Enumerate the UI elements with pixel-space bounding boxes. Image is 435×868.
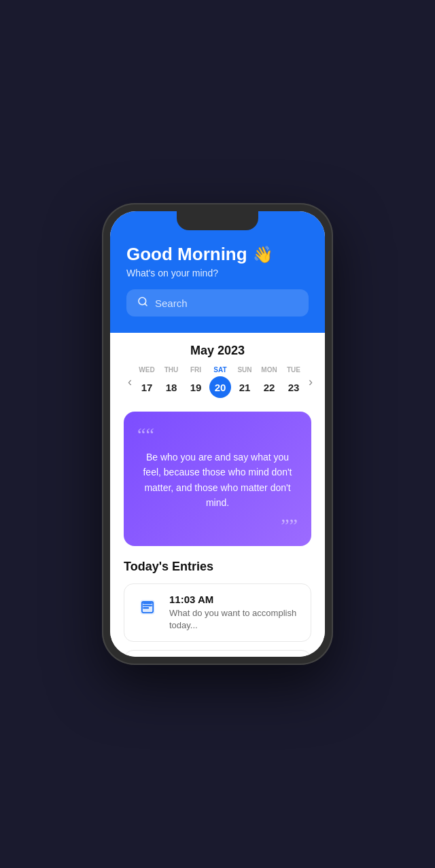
svg-line-1 (145, 304, 147, 306)
main-content: May 2023 ‹ WED17THU18FRI19SAT20SUN21MON2… (110, 333, 325, 657)
phone-frame: Good Morning 👋 What's on your mind? Sear… (102, 203, 333, 665)
day-name: FRI (190, 366, 201, 374)
header-subtitle: What's on your mind? (126, 268, 309, 278)
entries-section: Today's Entries 11:03 AMWhat do you want… (124, 560, 311, 657)
month-year: May 2023 (124, 344, 311, 358)
wave-emoji: 👋 (253, 245, 273, 264)
day-number: 19 (185, 376, 207, 398)
entry-card-1[interactable]: 4:30 PMEarlier today, I went to go find.… (124, 650, 311, 657)
search-bar[interactable]: Search (126, 289, 309, 317)
days-container: WED17THU18FRI19SAT20SUN21MON22TUE23 (136, 366, 304, 398)
day-name: MON (261, 366, 277, 374)
entry-time: 11:03 AM (169, 594, 300, 605)
calendar-day-17[interactable]: WED17 (136, 366, 158, 398)
quote-card: ““ Be who you are and say what you feel,… (124, 412, 311, 546)
search-placeholder: Search (155, 297, 188, 309)
phone-screen: Good Morning 👋 What's on your mind? Sear… (110, 211, 325, 657)
quote-close-mark: ”” (137, 516, 298, 535)
book-icon (135, 595, 160, 619)
calendar-section: May 2023 ‹ WED17THU18FRI19SAT20SUN21MON2… (124, 344, 311, 398)
prev-nav[interactable]: ‹ (124, 372, 136, 392)
calendar-day-23[interactable]: TUE23 (283, 366, 304, 398)
entry-preview: What do you want to accomplish today... (169, 607, 300, 632)
search-icon (137, 296, 148, 310)
day-number: 20 (209, 376, 231, 398)
greeting-row: Good Morning 👋 (126, 244, 309, 265)
greeting-text: Good Morning (126, 244, 247, 265)
entries-list: 11:03 AMWhat do you want to accomplish t… (124, 583, 311, 657)
calendar-day-21[interactable]: SUN21 (234, 366, 256, 398)
calendar-day-18[interactable]: THU18 (160, 366, 182, 398)
day-name: SUN (237, 366, 251, 374)
entries-title: Today's Entries (124, 560, 311, 574)
entry-card-0[interactable]: 11:03 AMWhat do you want to accomplish t… (124, 583, 311, 642)
calendar-day-19[interactable]: FRI19 (185, 366, 207, 398)
calendar-row: ‹ WED17THU18FRI19SAT20SUN21MON22TUE23 › (124, 366, 311, 398)
day-name: THU (164, 366, 179, 374)
entry-body: 11:03 AMWhat do you want to accomplish t… (169, 594, 300, 632)
day-name: TUE (287, 366, 300, 374)
quote-text: Be who you are and say what you feel, be… (137, 450, 298, 511)
day-name: WED (139, 366, 154, 374)
next-nav[interactable]: › (304, 372, 317, 392)
day-number: 22 (258, 376, 280, 398)
day-name: SAT (213, 366, 226, 374)
notch (177, 211, 258, 230)
calendar-day-22[interactable]: MON22 (258, 366, 280, 398)
quote-open-mark: ““ (137, 425, 298, 444)
day-number: 21 (234, 376, 256, 398)
calendar-day-20[interactable]: SAT20 (209, 366, 231, 398)
day-number: 17 (136, 376, 158, 398)
day-number: 23 (283, 376, 304, 398)
day-number: 18 (160, 376, 182, 398)
